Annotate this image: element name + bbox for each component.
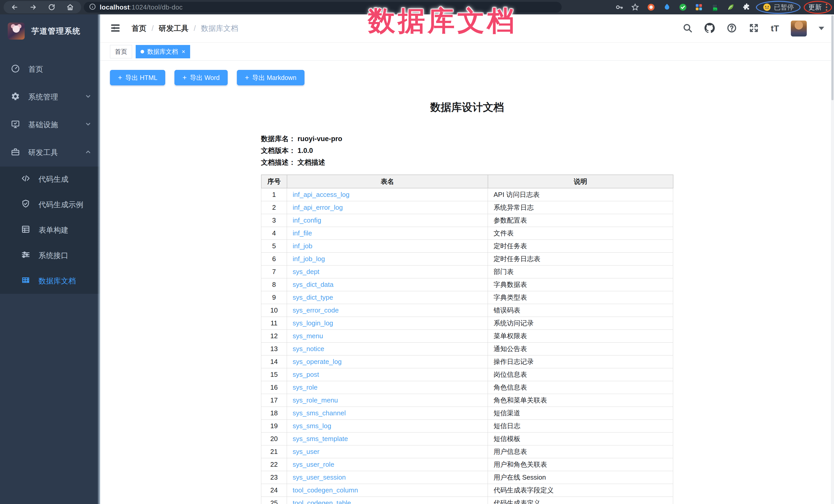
breadcrumb: 首页 / 研发工具 / 数据库文档 (132, 23, 238, 34)
sidebar-item-codegen[interactable]: 代码生成 (0, 167, 100, 192)
table-name-link[interactable]: tool_codegen_table (293, 499, 351, 504)
sidebar-item-home[interactable]: 首页 (0, 56, 100, 83)
browser-menu-icon[interactable] (826, 4, 827, 11)
breadcrumb-devtools[interactable]: 研发工具 (159, 23, 189, 34)
forward-button[interactable] (25, 2, 42, 13)
breadcrumb-separator: / (152, 24, 154, 32)
close-icon[interactable]: × (182, 48, 185, 55)
table-name-link[interactable]: sys_operate_log (293, 358, 342, 366)
table-name-cell: sys_user_session (287, 471, 488, 484)
sidebar-item-system[interactable]: 系统管理 (0, 83, 100, 111)
sidebar-item-label: 数据库文档 (39, 276, 76, 286)
table-name-link[interactable]: inf_job_log (293, 255, 325, 263)
table-name-cell: inf_file (287, 227, 488, 240)
row-number: 11 (261, 316, 287, 329)
sidebar-collapse-icon[interactable] (110, 23, 121, 35)
plus-icon: + (118, 73, 122, 82)
table-name-link[interactable]: sys_login_log (293, 319, 333, 327)
row-number: 3 (261, 214, 287, 227)
table-row: 5 inf_job 定时任务表 (261, 240, 673, 253)
table-name-link[interactable]: sys_post (293, 371, 319, 378)
row-number: 12 (261, 329, 287, 342)
extension-check-icon[interactable] (678, 3, 687, 12)
site-info-icon[interactable] (89, 3, 96, 11)
sidebar-scrollbar[interactable] (97, 15, 100, 504)
extension-orange-icon[interactable] (646, 3, 656, 12)
key-icon[interactable] (615, 3, 624, 12)
table-name-link[interactable]: inf_api_error_log (293, 203, 343, 211)
table-name-link[interactable]: inf_config (293, 216, 321, 224)
table-name-link[interactable]: sys_dept (293, 268, 320, 276)
table-name-link[interactable]: sys_error_code (293, 306, 338, 314)
table-desc-cell: 代码生成表定义 (488, 497, 673, 504)
table-name-link[interactable]: sys_sms_template (293, 435, 348, 443)
page-scrollbar[interactable] (831, 15, 834, 504)
table-desc-cell: 通知公告表 (488, 342, 673, 355)
sidebar-item-db-doc[interactable]: 数据库文档 (0, 268, 100, 294)
scrollbar-thumb[interactable] (831, 16, 833, 100)
font-size-icon[interactable]: tT (771, 23, 779, 34)
table-name-link[interactable]: sys_sms_channel (293, 409, 346, 417)
breadcrumb-current: 数据库文档 (201, 23, 238, 34)
user-avatar[interactable] (791, 21, 807, 37)
extension-pin-icon[interactable] (662, 3, 672, 12)
app-title: 芋道管理系统 (31, 26, 81, 37)
table-name-link[interactable]: sys_user_role (293, 461, 334, 468)
fullscreen-icon[interactable] (749, 23, 759, 34)
row-number: 14 (261, 355, 287, 368)
table-name-link[interactable]: sys_menu (293, 332, 323, 340)
export-word-button[interactable]: + 导出 Word (174, 70, 228, 85)
extension-grid-icon[interactable] (694, 3, 703, 12)
bookmark-star-icon[interactable] (631, 3, 640, 12)
app-logo-row[interactable]: 芋道管理系统 (0, 15, 100, 48)
table-name-link[interactable]: sys_sms_log (293, 422, 331, 430)
extension-leaf-icon[interactable] (726, 3, 736, 12)
url-host: localhost (100, 3, 130, 11)
export-html-button[interactable]: + 导出 HTML (110, 70, 165, 85)
table-name-link[interactable]: inf_job (293, 242, 312, 250)
table-name-link[interactable]: sys_dict_type (293, 293, 333, 301)
extensions-puzzle-icon[interactable] (742, 3, 751, 12)
table-desc-cell: 代码生成表字段定义 (488, 484, 673, 497)
extension-on-icon[interactable]: on (710, 3, 719, 12)
table-name-link[interactable]: tool_codegen_column (293, 486, 358, 494)
sidebar-item-form-builder[interactable]: 表单构建 (0, 217, 100, 243)
table-row: 21 sys_user 用户信息表 (261, 445, 673, 458)
sidebar-menu: 首页 系统管理 基础设施 研发工具 (0, 56, 100, 294)
table-name-cell: sys_user_role (287, 458, 488, 471)
export-markdown-button[interactable]: + 导出 Markdown (237, 70, 305, 85)
reload-button[interactable] (43, 2, 60, 13)
table-name-cell: sys_dict_data (287, 278, 488, 291)
table-name-link[interactable]: sys_notice (293, 345, 324, 353)
table-name-link[interactable]: sys_user_session (293, 474, 346, 481)
browser-update-button[interactable]: 更新 (805, 2, 830, 13)
sidebar-item-infrastructure[interactable]: 基础设施 (0, 111, 100, 139)
caret-down-icon[interactable] (818, 27, 824, 30)
table-row: 3 inf_config 参数配置表 (261, 214, 673, 227)
sidebar-item-codegen-demo[interactable]: 代码生成示例 (0, 192, 100, 217)
table-name-cell: sys_user (287, 445, 488, 458)
table-name-link[interactable]: sys_user (293, 448, 320, 455)
search-icon[interactable] (682, 23, 693, 34)
breadcrumb-home[interactable]: 首页 (132, 23, 147, 34)
table-name-link[interactable]: sys_role (293, 384, 317, 391)
emoji-extension-icon (763, 3, 771, 12)
sidebar-item-devtools[interactable]: 研发工具 (0, 139, 100, 167)
tag-db-doc[interactable]: 数据库文档 × (136, 45, 190, 58)
table-row: 15 sys_post 岗位信息表 (261, 368, 673, 381)
tag-home[interactable]: 首页 (110, 45, 132, 58)
home-button[interactable] (62, 2, 79, 13)
paused-extension-badge[interactable]: 已暂停 (758, 2, 798, 13)
sidebar-item-system-api[interactable]: 系统接口 (0, 243, 100, 268)
table-name-link[interactable]: sys_role_menu (293, 396, 338, 404)
navbar-right-cluster: tT (682, 21, 824, 37)
help-icon[interactable] (727, 23, 737, 34)
github-icon[interactable] (704, 23, 715, 34)
table-name-link[interactable]: inf_api_access_log (293, 191, 349, 198)
table-name-cell: sys_login_log (287, 316, 488, 329)
table-desc-cell: 错误码表 (488, 304, 673, 316)
back-button[interactable] (6, 2, 23, 13)
table-name-link[interactable]: sys_dict_data (293, 281, 333, 288)
table-name-link[interactable]: inf_file (293, 229, 312, 237)
row-number: 1 (261, 188, 287, 201)
